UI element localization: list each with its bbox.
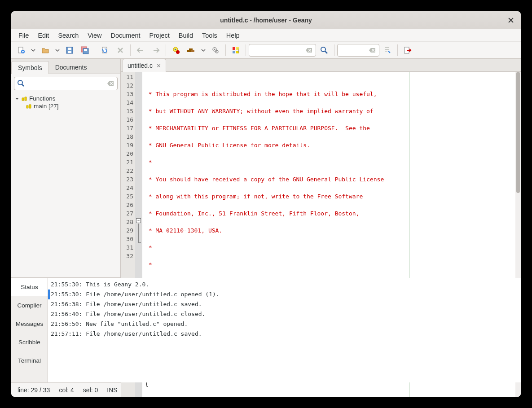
toolbar-separator	[130, 44, 131, 56]
toolbar-separator	[95, 44, 95, 56]
status-message[interactable]: 21:55:30: File /home/user/untitled.c ope…	[51, 290, 518, 299]
open-file-button[interactable]	[38, 44, 53, 57]
chevron-down-icon	[201, 48, 206, 53]
status-sel: sel: 0	[83, 386, 98, 394]
menu-search[interactable]: Search	[54, 30, 82, 41]
revert-button[interactable]	[98, 44, 112, 57]
status-messages[interactable]: 21:55:30: This is Geany 2.0. 21:55:30: F…	[48, 278, 521, 382]
menu-project[interactable]: Project	[146, 30, 173, 41]
quit-button[interactable]	[400, 44, 415, 57]
toolbar-separator	[166, 44, 166, 56]
goto-line-field[interactable]	[337, 44, 379, 57]
svg-rect-7	[84, 49, 87, 51]
svg-point-15	[214, 48, 215, 50]
message-selection-indicator	[48, 290, 50, 299]
code-line: *	[145, 243, 521, 252]
close-icon	[508, 18, 514, 23]
code-line: * MA 02110-1301, USA.	[145, 226, 521, 235]
msg-tab-scribble[interactable]: Scribble	[11, 333, 48, 351]
msg-tab-terminal[interactable]: Terminal	[11, 351, 48, 370]
svg-rect-20	[233, 51, 235, 53]
msg-tab-messages[interactable]: Messages	[11, 315, 48, 333]
open-file-dropdown[interactable]	[53, 44, 62, 57]
build-button[interactable]	[184, 44, 198, 57]
editor-tab-untitled[interactable]: untitled.c ✕	[123, 59, 166, 72]
save-all-button[interactable]	[78, 44, 92, 57]
nav-fwd-button[interactable]	[149, 44, 163, 57]
status-message[interactable]: 21:56:38: File /home/user/untitled.c sav…	[51, 299, 518, 309]
quit-icon	[404, 46, 412, 54]
compile-icon	[172, 46, 180, 54]
goto-line-button[interactable]	[380, 44, 395, 57]
fold-toggle-main[interactable]: −	[136, 218, 141, 223]
editor-area: untitled.c ✕ 111213141516171819202122232…	[121, 59, 521, 277]
message-tabs: Status Compiler Messages Scribble Termin…	[11, 278, 48, 382]
tree-functions-node[interactable]: Functions	[15, 95, 117, 102]
menu-tools[interactable]: Tools	[198, 30, 221, 41]
save-button[interactable]	[62, 44, 77, 57]
clear-goto-icon[interactable]	[369, 47, 376, 53]
symbol-tree: Functions main [27]	[11, 93, 120, 112]
svg-rect-11	[187, 50, 191, 52]
code-line: * Foundation, Inc., 51 Franklin Street, …	[145, 209, 521, 218]
sidebar-tab-symbols[interactable]: Symbols	[11, 61, 49, 74]
menu-build[interactable]: Build	[175, 30, 197, 41]
menu-edit[interactable]: Edit	[34, 30, 53, 41]
svg-rect-12	[191, 50, 194, 52]
scrollbar-thumb[interactable]	[516, 72, 520, 193]
new-file-dropdown[interactable]	[29, 44, 37, 57]
nav-back-button[interactable]	[133, 44, 148, 57]
code-line: *	[145, 158, 521, 167]
window-close-button[interactable]	[506, 16, 515, 25]
sidebar-tab-documents[interactable]: Documents	[49, 61, 93, 74]
msg-tab-status[interactable]: Status	[11, 278, 48, 296]
status-message[interactable]: 21:55:30: This is Geany 2.0.	[51, 280, 518, 290]
status-ins: INS	[107, 386, 117, 394]
svg-point-17	[216, 51, 217, 52]
sidebar: Symbols Documents Functions main [27]	[11, 59, 121, 277]
search-field[interactable]	[249, 44, 316, 57]
tree-expander-icon[interactable]	[15, 97, 19, 101]
fold-line	[138, 224, 139, 242]
tree-symbol-main[interactable]: main [27]	[15, 102, 117, 110]
status-message[interactable]: 21:57:11: File /home/user/untitled.c sav…	[51, 329, 518, 339]
toolbar-separator	[246, 44, 246, 56]
menu-document[interactable]: Document	[107, 30, 144, 41]
toolbar-separator	[334, 44, 334, 56]
nav-back-icon	[136, 47, 145, 53]
compile-button[interactable]	[169, 44, 183, 57]
build-dropdown[interactable]	[199, 44, 207, 57]
main-area: Symbols Documents Functions main [27]	[11, 59, 521, 277]
menu-file[interactable]: File	[15, 30, 32, 41]
svg-rect-3	[68, 48, 71, 50]
status-message[interactable]: 21:56:40: File /home/user/untitled.c clo…	[51, 309, 518, 319]
clear-symbol-search-icon[interactable]	[107, 80, 114, 87]
editor-tab-close-button[interactable]: ✕	[156, 62, 161, 69]
symbol-search	[11, 74, 120, 93]
toolbar-separator	[225, 44, 226, 56]
open-folder-icon	[41, 46, 49, 54]
execute-button[interactable]	[208, 44, 223, 57]
new-file-button[interactable]	[14, 44, 28, 57]
editor-tab-label: untitled.c	[128, 62, 153, 69]
search-button[interactable]	[317, 44, 331, 57]
nav-fwd-icon	[152, 47, 160, 53]
function-icon	[26, 104, 32, 109]
code-line: * This program is distributed in the hop…	[145, 90, 521, 98]
color-chooser-button[interactable]	[229, 44, 243, 57]
clear-search-icon[interactable]	[306, 47, 313, 53]
close-file-button[interactable]	[113, 44, 128, 57]
symbol-search-input[interactable]	[14, 77, 118, 90]
search-icon	[320, 46, 329, 55]
menu-view[interactable]: View	[84, 30, 105, 41]
menu-help[interactable]: Help	[223, 30, 243, 41]
code-line: * but WITHOUT ANY WARRANTY; without even…	[145, 107, 521, 115]
toolbar	[11, 42, 521, 59]
fold-end	[138, 242, 141, 243]
svg-rect-13	[189, 48, 193, 50]
svg-rect-18	[233, 47, 235, 50]
msg-tab-compiler[interactable]: Compiler	[11, 296, 48, 315]
status-message[interactable]: 21:56:50: New file "untitled.c" opened.	[51, 319, 518, 329]
svg-point-24	[18, 80, 22, 85]
geany-window: untitled.c - /home/user - Geany File Edi…	[11, 11, 521, 397]
